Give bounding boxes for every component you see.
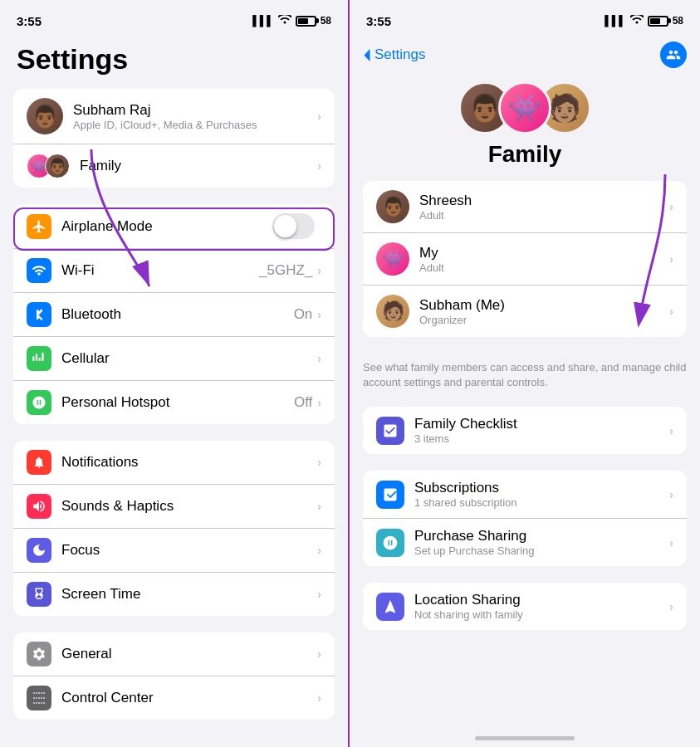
screen-time-chevron: › <box>317 588 321 601</box>
back-chevron-icon <box>363 48 371 62</box>
purchase-icon-wrap <box>376 529 404 557</box>
family-avatars: 👾 👨🏾 <box>27 154 70 178</box>
profile-chevron: › <box>317 110 321 123</box>
screen-time-item[interactable]: Screen Time › <box>13 573 335 616</box>
location-group: Location Sharing Not sharing with family… <box>363 583 687 630</box>
location-sharing-item[interactable]: Location Sharing Not sharing with family… <box>363 583 687 630</box>
family-item[interactable]: 👾 👨🏾 Family › <box>13 144 335 188</box>
home-indicator <box>475 736 575 740</box>
profile-name: Subham Raj <box>73 102 317 119</box>
member-name-1: My <box>419 245 669 261</box>
family-chevron: › <box>317 159 321 173</box>
status-bar-right: 3:55 ▌▌▌ 58 <box>350 0 700 37</box>
sounds-text: Sounds & Haptics <box>61 498 317 515</box>
profile-group: 👨🏾 Subham Raj Apple ID, iCloud+, Media &… <box>13 89 335 188</box>
location-text: Location Sharing Not sharing with family <box>414 592 669 621</box>
general-icon-wrap <box>27 642 51 666</box>
profile-text: Subham Raj Apple ID, iCloud+, Media & Pu… <box>73 102 317 131</box>
member-item-0[interactable]: 👨🏾 Shreesh Adult › <box>363 181 687 233</box>
cellular-item[interactable]: Cellular › <box>13 337 335 381</box>
member-text-2: Subham (Me) Organizer <box>419 297 669 326</box>
location-chevron: › <box>669 600 673 613</box>
focus-icon-wrap <box>27 538 51 563</box>
cellular-label: Cellular <box>61 350 317 367</box>
purchase-chevron: › <box>669 536 673 549</box>
cellular-icon <box>32 351 47 366</box>
hourglass-icon <box>32 587 47 602</box>
general-item[interactable]: General › <box>13 632 335 676</box>
location-subtitle: Not sharing with family <box>414 608 669 621</box>
bluetooth-value: On <box>294 306 313 323</box>
profile-avatar: 👨🏾 <box>27 98 63 134</box>
airplane-mode-item[interactable]: Airplane Mode <box>13 204 335 249</box>
purchase-text: Purchase Sharing Set up Purchase Sharing <box>414 528 669 557</box>
time-right: 3:55 <box>366 14 391 28</box>
sounds-item[interactable]: Sounds & Haptics › <box>13 485 335 529</box>
signal-icon-right: ▌▌▌ <box>605 15 626 27</box>
member-av-0: 👨🏾 <box>376 190 409 223</box>
bluetooth-chevron: › <box>317 308 321 321</box>
cellular-text: Cellular <box>61 350 317 367</box>
checklist-icon-wrap <box>376 417 404 445</box>
screen-time-text: Screen Time <box>61 586 317 603</box>
member-chevron-2: › <box>669 305 673 318</box>
sounds-chevron: › <box>317 500 321 513</box>
hotspot-item[interactable]: Personal Hotspot Off › <box>13 381 335 424</box>
member-item-2[interactable]: 🧑🏽 Subham (Me) Organizer › <box>363 286 687 337</box>
profile-item[interactable]: 👨🏾 Subham Raj Apple ID, iCloud+, Media &… <box>13 89 335 144</box>
right-panel: 3:55 ▌▌▌ 58 Settings 👨🏾 👾 🧑🏽 Family <box>350 0 700 747</box>
bluetooth-item[interactable]: Bluetooth On › <box>13 293 335 337</box>
airplane-toggle[interactable] <box>272 213 315 239</box>
member-item-1[interactable]: 👾 My Adult › <box>363 233 687 286</box>
subscriptions-item[interactable]: Subscriptions 1 shared subscription › <box>363 471 687 519</box>
control-center-item[interactable]: Control Center › <box>13 676 335 720</box>
status-icons-right: ▌▌▌ 58 <box>605 15 683 27</box>
notifications-chevron: › <box>317 456 321 469</box>
family-av-2: 👨🏾 <box>45 154 70 178</box>
airplane-label: Airplane Mode <box>61 218 272 235</box>
purchase-subtitle: Set up Purchase Sharing <box>414 544 669 557</box>
status-icons-left: ▌▌▌ 58 <box>252 15 331 27</box>
member-name-2: Subham (Me) <box>419 297 669 314</box>
page-title-left: Settings <box>0 37 348 89</box>
profile-subtitle: Apple ID, iCloud+, Media & Purchases <box>73 119 317 131</box>
sounds-label: Sounds & Haptics <box>61 498 317 515</box>
subscriptions-chevron: › <box>669 488 673 501</box>
bluetooth-icon-wrap <box>27 302 51 327</box>
screen-time-icon-wrap <box>27 582 51 607</box>
notifications-item[interactable]: Notifications › <box>13 441 335 485</box>
notifications-group: Notifications › Sounds & Haptics › Focus… <box>13 441 335 616</box>
control-center-icon-wrap <box>27 686 51 710</box>
member-text-0: Shreesh Adult <box>419 193 669 222</box>
member-av-2: 🧑🏽 <box>376 295 409 328</box>
focus-label: Focus <box>61 542 317 559</box>
family-checklist-item[interactable]: Family Checklist 3 items › <box>363 407 687 454</box>
back-button[interactable]: Settings <box>363 46 425 63</box>
wifi-item[interactable]: Wi-Fi _5GHZ_ › <box>13 249 335 293</box>
family-header: 👨🏾 👾 🧑🏽 Family <box>350 73 700 181</box>
wifi-chevron: › <box>317 264 321 277</box>
wifi-icon-wrap <box>27 258 51 283</box>
airplane-icon <box>32 219 47 234</box>
member-text-1: My Adult <box>419 245 669 274</box>
signal-icon: ▌▌▌ <box>252 15 274 27</box>
subscriptions-label: Subscriptions <box>414 480 669 496</box>
purchase-sharing-item[interactable]: Purchase Sharing Set up Purchase Sharing… <box>363 519 687 566</box>
wifi-value: _5GHZ_ <box>259 262 312 279</box>
checklist-icon <box>382 422 399 439</box>
time-left: 3:55 <box>17 14 42 28</box>
subscriptions-icon-wrap <box>376 481 404 509</box>
status-bar-left: 3:55 ▌▌▌ 58 <box>0 0 348 37</box>
hotspot-icon <box>32 395 47 410</box>
checklist-label: Family Checklist <box>414 416 669 432</box>
cellular-icon-wrap <box>27 346 51 371</box>
focus-item[interactable]: Focus › <box>13 529 335 573</box>
toggle-knob <box>274 215 296 237</box>
sound-icon <box>32 499 47 514</box>
family-info-text: See what family members can access and s… <box>350 354 700 390</box>
left-panel: 3:55 ▌▌▌ 58 Settings 👨🏾 Subham Raj Apple… <box>0 0 350 747</box>
family-share-icon[interactable] <box>660 42 687 68</box>
family-label: Family <box>80 158 317 174</box>
general-chevron: › <box>317 647 321 661</box>
wifi-status-icon-right <box>630 15 644 27</box>
